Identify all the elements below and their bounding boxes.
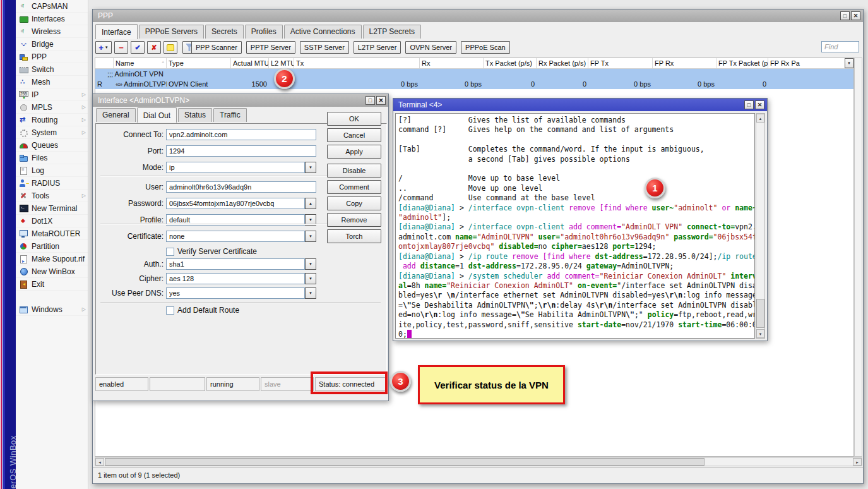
add-button[interactable]: + ▼ (95, 41, 112, 54)
column-header-l2-mtu[interactable]: L2 MTU (269, 58, 294, 68)
sidebar-item-radius[interactable]: RADIUS (16, 177, 88, 190)
pptp-server-button[interactable]: PPTP Server (246, 41, 295, 54)
maximize-icon[interactable]: □ (840, 11, 850, 20)
cancel-button[interactable]: Cancel (327, 128, 381, 142)
sidebar-item-routing[interactable]: Routing▷ (16, 114, 88, 126)
comment-button[interactable] (163, 41, 177, 54)
tab-dial-out[interactable]: Dial Out (137, 107, 177, 123)
terminal-scrollbar[interactable]: ▴ ▾ (756, 113, 765, 339)
sidebar-item-ip[interactable]: IP▷ (16, 88, 88, 101)
dropdown-arrow-icon[interactable]: ▼ (305, 273, 316, 284)
comment-button[interactable]: Comment (327, 180, 381, 194)
sidebar-item-dot1x[interactable]: Dot1X (16, 215, 88, 227)
connect-to-field[interactable] (166, 129, 316, 140)
sidebar-item-new-winbox[interactable]: New WinBox (16, 265, 88, 278)
tab-pppoe-servers[interactable]: PPPoE Servers (139, 25, 204, 39)
sstp-server-button[interactable]: SSTP Server (300, 41, 349, 54)
password-field[interactable] (166, 198, 305, 209)
certificate-field[interactable] (166, 231, 305, 242)
column-header-fp-rx-pa[interactable]: FP Rx Pa (768, 58, 848, 68)
sidebar-item-files[interactable]: Files (16, 152, 88, 164)
close-icon[interactable]: ✕ (755, 100, 764, 109)
apply-button[interactable]: Apply (327, 145, 381, 159)
column-header-fp-tx-packet-p-s[interactable]: FP Tx Packet (p/s) (716, 58, 768, 68)
sidebar-item-tools[interactable]: Tools▷ (16, 190, 88, 202)
ppp-scanner-button[interactable]: PPP Scanner (191, 41, 242, 54)
maximize-icon[interactable]: □ (744, 100, 754, 109)
user-field[interactable] (166, 181, 316, 193)
sidebar-item-new-terminal[interactable]: New Terminal (16, 202, 88, 215)
column-header-rx[interactable]: Rx (420, 58, 484, 68)
dropdown-arrow-icon[interactable]: ▼ (305, 231, 316, 242)
ppp-titlebar[interactable]: PPP □ ✕ (93, 9, 863, 22)
sidebar-item-queues[interactable]: Queues (16, 139, 88, 152)
column-header-flags[interactable] (95, 58, 114, 68)
dropdown-arrow-icon[interactable]: ▼ (305, 162, 316, 173)
scroll-down-icon[interactable]: ▾ (756, 329, 764, 338)
port-field[interactable] (166, 145, 316, 157)
sidebar-item-interfaces[interactable]: Interfaces (16, 13, 88, 25)
tab-l2tp-secrets[interactable]: L2TP Secrets (363, 25, 421, 39)
tab-general[interactable]: General (96, 108, 136, 122)
scrollbar-thumb[interactable] (105, 458, 705, 466)
sidebar-item-bridge[interactable]: Bridge (16, 38, 88, 51)
column-header-name[interactable]: Name▵ (114, 58, 167, 68)
table-horizontal-scrollbar[interactable]: ◂ ▸ (95, 457, 862, 466)
tab-traffic[interactable]: Traffic (213, 108, 247, 122)
table-vertical-scrollbar[interactable] (854, 57, 862, 457)
sidebar-item-mpls[interactable]: MPLS▷ (16, 101, 88, 114)
sidebar-item-capsman[interactable]: CAPsMAN (16, 0, 88, 13)
sidebar-item-ppp[interactable]: PPP (16, 51, 88, 63)
scroll-right-icon[interactable]: ▸ (853, 458, 862, 466)
terminal-titlebar[interactable]: Terminal <4> □ ✕ (393, 99, 767, 111)
disable-button[interactable]: Disable (327, 164, 381, 178)
verify-server-certificate-checkbox[interactable] (166, 248, 174, 256)
sidebar-item-mesh[interactable]: Mesh (16, 76, 88, 88)
sidebar-item-exit[interactable]: Exit (16, 278, 88, 291)
dialog-titlebar[interactable]: Interface <AdminOLTVPN> □ ✕ (93, 94, 388, 107)
terminal-output[interactable]: [?] Gives the list of available commands… (395, 113, 755, 339)
column-header-rx-packet-p-s[interactable]: Rx Packet (p/s) (537, 58, 588, 68)
cipher-field[interactable] (166, 273, 305, 284)
use-peer-dns-field[interactable] (166, 287, 305, 299)
remove-button[interactable]: − (114, 41, 128, 54)
sidebar-item-wireless[interactable]: Wireless (16, 25, 88, 38)
table-row[interactable]: R«»AdminOLTVPNOVPN Client15000 bps0 bps0… (95, 79, 853, 89)
dropdown-arrow-icon[interactable]: ▼ (305, 287, 316, 299)
ovpn-server-button[interactable]: OVPN Server (405, 41, 456, 54)
torch-button[interactable]: Torch (327, 229, 381, 243)
mode-field[interactable] (166, 162, 305, 173)
tab-interface[interactable]: Interface (95, 24, 138, 39)
scroll-up-icon[interactable]: ▴ (756, 114, 764, 123)
column-header-tx-packet-p-s[interactable]: Tx Packet (p/s) (484, 58, 537, 68)
scroll-left-icon[interactable]: ◂ (95, 458, 104, 466)
enable-button[interactable]: ✔ (131, 41, 145, 54)
column-header-tx[interactable]: Tx (294, 58, 420, 68)
sidebar-item-make-supout-rif[interactable]: Make Supout.rif (16, 253, 88, 265)
maximize-icon[interactable]: □ (366, 96, 375, 105)
close-icon[interactable]: ✕ (376, 96, 386, 105)
l2tp-server-button[interactable]: L2TP Server (354, 41, 401, 54)
sidebar-item-metarouter[interactable]: MetaROUTER (16, 227, 88, 240)
scrollbar-thumb[interactable] (756, 299, 764, 328)
auth-field[interactable] (166, 258, 305, 270)
table-row[interactable]: ;;; AdminOLT VPN (95, 69, 853, 79)
dropdown-arrow-icon[interactable]: ▼ (305, 258, 316, 270)
tab-status[interactable]: Status (178, 108, 212, 122)
tab-profiles[interactable]: Profiles (245, 25, 283, 39)
sidebar-item-windows[interactable]: Windows▷ (16, 303, 88, 316)
copy-button[interactable]: Copy (327, 196, 381, 210)
column-header-fp-tx[interactable]: FP Tx (588, 58, 653, 68)
column-select-button[interactable]: ▼ (845, 58, 853, 68)
remove-button[interactable]: Remove (327, 213, 381, 227)
add-default-route-checkbox[interactable] (166, 306, 174, 315)
sidebar-item-system[interactable]: System▷ (16, 126, 88, 139)
sidebar-item-log[interactable]: Log (16, 164, 88, 177)
ok-button[interactable]: OK (327, 112, 381, 126)
column-header-type[interactable]: Type (167, 58, 231, 68)
sidebar-item-partition[interactable]: Partition (16, 240, 88, 253)
column-header-fp-rx[interactable]: FP Rx (653, 58, 716, 68)
tab-secrets[interactable]: Secrets (205, 25, 244, 39)
pppoe-scan-button[interactable]: PPPoE Scan (461, 41, 510, 54)
find-input[interactable] (821, 41, 859, 52)
